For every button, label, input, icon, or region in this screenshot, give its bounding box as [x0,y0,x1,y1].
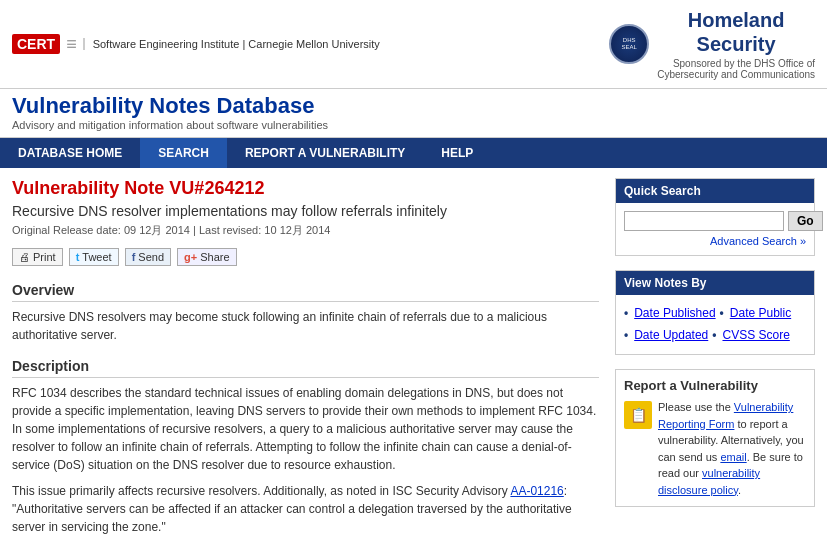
print-button[interactable]: 🖨 Print [12,248,63,266]
description-para1: RFC 1034 describes the standard technica… [12,384,599,474]
bullet-icon-2: • [720,303,724,325]
site-title: Vulnerability Notes Database [12,93,815,119]
quick-search-title: Quick Search [616,179,814,203]
search-go-button[interactable]: Go [788,211,823,231]
dhs-logo-area: DHSSEAL HomelandSecurity Sponsored by th… [609,8,815,80]
date-public-link[interactable]: Date Public [730,303,791,325]
description-para2: This issue primarily affects recursive r… [12,482,599,536]
bullet-icon-4: • [712,325,716,347]
report-text: Please use the Vulnerability Reporting F… [658,399,806,498]
nav-report-vulnerability[interactable]: REPORT A VULNERABILITY [227,138,423,168]
header-right: DHSSEAL HomelandSecurity Sponsored by th… [609,8,815,80]
cert-logo: CERT ≡ Software Engineering Institute | … [12,34,380,55]
vuln-note-date: Original Release date: 09 12月 2014 | Las… [12,223,599,238]
content-area: Vulnerability Note VU#264212 Recursive D… [12,178,615,536]
header-left: CERT ≡ Software Engineering Institute | … [12,34,380,55]
divider-icon: ≡ [66,34,77,55]
sei-text: Software Engineering Institute | Carnegi… [83,38,380,50]
report-vuln-content: Report a Vulnerability 📋 Please use the … [616,370,814,506]
nav-help[interactable]: HELP [423,138,491,168]
main-layout: Vulnerability Note VU#264212 Recursive D… [0,168,827,536]
printer-icon: 🖨 [19,251,30,263]
view-notes-row-1: • Date Published • Date Public [624,303,806,325]
overview-heading: Overview [12,282,599,302]
vuln-note-title: Vulnerability Note VU#264212 [12,178,599,199]
homeland-security-title: HomelandSecurity [657,8,815,56]
description-heading: Description [12,358,599,378]
view-notes-title: View Notes By [616,271,814,295]
cvss-score-link[interactable]: CVSS Score [722,325,789,347]
vuln-note-subtitle: Recursive DNS resolver implementations m… [12,203,599,219]
isc-advisory-link[interactable]: AA-01216 [510,484,563,498]
search-row: Go [624,211,806,231]
date-published-link[interactable]: Date Published [634,303,715,325]
advanced-search-link[interactable]: Advanced Search » [624,235,806,247]
sidebar: Quick Search Go Advanced Search » View N… [615,178,815,536]
nav-database-home[interactable]: DATABASE HOME [0,138,140,168]
share-icon: g+ [184,251,197,263]
view-notes-box: View Notes By • Date Published • Date Pu… [615,270,815,355]
report-vuln-title: Report a Vulnerability [624,378,806,393]
tweet-button[interactable]: t Tweet [69,248,119,266]
view-notes-content: • Date Published • Date Public • Date Up… [616,295,814,354]
dhs-seal-icon: DHSSEAL [609,24,649,64]
email-link[interactable]: email [720,451,746,463]
send-button[interactable]: f Send [125,248,171,266]
quick-search-box: Quick Search Go Advanced Search » [615,178,815,256]
twitter-icon: t [76,251,80,263]
quick-search-content: Go Advanced Search » [616,203,814,255]
bullet-icon-3: • [624,325,628,347]
overview-text: Recursive DNS resolvers may become stuck… [12,308,599,344]
date-updated-link[interactable]: Date Updated [634,325,708,347]
nav-search[interactable]: SEARCH [140,138,227,168]
share-button[interactable]: g+ Share [177,248,237,266]
dhs-subtitle: Sponsored by the DHS Office of Cybersecu… [657,58,815,80]
cert-badge: CERT [12,34,60,54]
header: CERT ≡ Software Engineering Institute | … [0,0,827,89]
view-notes-row-2: • Date Updated • CVSS Score [624,325,806,347]
facebook-icon: f [132,251,136,263]
search-input[interactable] [624,211,784,231]
main-nav: DATABASE HOME SEARCH REPORT A VULNERABIL… [0,138,827,168]
site-subtitle: Advisory and mitigation information abou… [12,119,815,131]
bullet-icon-1: • [624,303,628,325]
site-title-area: Vulnerability Notes Database Advisory an… [0,89,827,138]
report-vuln-body: 📋 Please use the Vulnerability Reporting… [624,399,806,498]
report-vuln-box: Report a Vulnerability 📋 Please use the … [615,369,815,507]
report-form-icon: 📋 [624,401,652,429]
dhs-text: HomelandSecurity Sponsored by the DHS Of… [657,8,815,80]
social-buttons: 🖨 Print t Tweet f Send g+ Share [12,248,599,266]
